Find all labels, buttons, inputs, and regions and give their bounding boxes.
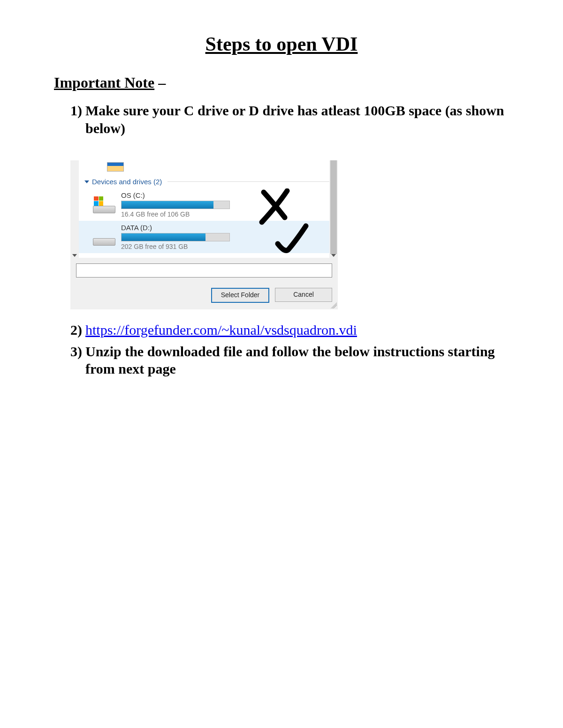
windows-logo-icon [94, 196, 103, 206]
scroll-down-icon [72, 254, 77, 257]
step-3-number: 3) [70, 343, 82, 360]
dialog-folder-name-row [70, 258, 338, 281]
drive-d-icon [93, 229, 115, 246]
drive-c-info: OS (C:) 16.4 GB free of 106 GB [121, 191, 229, 218]
important-note-label: Important Note [54, 74, 154, 91]
drive-c-row[interactable]: OS (C:) 16.4 GB free of 106 GB [79, 188, 329, 221]
devices-and-drives-header[interactable]: Devices and drives (2) [79, 175, 329, 188]
scrollbar-thumb[interactable] [330, 160, 337, 254]
drive-c-free-text: 16.4 GB free of 106 GB [121, 210, 229, 218]
drive-d-free-text: 202 GB free of 931 GB [121, 243, 229, 250]
folder-name-input[interactable] [76, 263, 332, 278]
vdi-download-link[interactable]: https://forgefunder.com/~kunal/vsdsquadr… [85, 322, 357, 338]
drive-c-name: OS (C:) [121, 191, 229, 199]
chevron-down-icon [84, 180, 89, 183]
folder-thumbnail-icon [107, 162, 124, 172]
drives-body: Devices and drives (2) OS (C:) 16.4 GB f… [79, 160, 329, 258]
page-title: Steps to open VDI [54, 33, 509, 55]
group-divider [167, 181, 329, 182]
drive-c-usage-bar [121, 201, 230, 209]
steps-list-continued: 2) https://forgefunder.com/~kunal/vsdsqu… [70, 321, 509, 378]
step-1-number: 1) [70, 102, 82, 120]
cancel-button[interactable]: Cancel [275, 288, 332, 302]
select-folder-button[interactable]: Select Folder [211, 288, 269, 303]
steps-list: 1) Make sure your C drive or D drive has… [70, 102, 509, 137]
right-scrollbar[interactable] [329, 160, 338, 258]
windows-folder-dialog: Devices and drives (2) OS (C:) 16.4 GB f… [70, 160, 338, 309]
scroll-down-icon [331, 254, 336, 257]
step-2-number: 2) [70, 321, 82, 339]
important-note-dash: – [154, 74, 166, 91]
resize-grip-icon[interactable] [330, 302, 337, 308]
step-3-text: Unzip the downloaded file and follow the… [85, 344, 495, 377]
document-page: Steps to open VDI Important Note – 1) Ma… [0, 0, 563, 728]
folder-thumbnail-row [79, 160, 329, 175]
drive-d-info: DATA (D:) 202 GB free of 931 GB [121, 224, 229, 250]
drive-d-usage-bar [121, 233, 230, 241]
important-note-heading: Important Note – [54, 74, 509, 91]
devices-and-drives-label: Devices and drives (2) [92, 178, 162, 186]
step-1: 1) Make sure your C drive or D drive has… [70, 102, 509, 137]
drive-d-row[interactable]: DATA (D:) 202 GB free of 931 GB [79, 221, 329, 253]
disk-icon [93, 238, 115, 246]
disk-icon [93, 206, 115, 213]
drive-c-icon [93, 196, 115, 213]
drive-d-name: DATA (D:) [121, 224, 229, 232]
left-scrollbar[interactable] [70, 160, 79, 258]
dialog-drives-pane: Devices and drives (2) OS (C:) 16.4 GB f… [70, 160, 338, 258]
dialog-buttons-row: Select Folder Cancel [70, 281, 338, 309]
step-1-text: Make sure your C drive or D drive has at… [85, 103, 504, 136]
step-3: 3) Unzip the downloaded file and follow … [70, 343, 509, 378]
step-2: 2) https://forgefunder.com/~kunal/vsdsqu… [70, 321, 509, 339]
